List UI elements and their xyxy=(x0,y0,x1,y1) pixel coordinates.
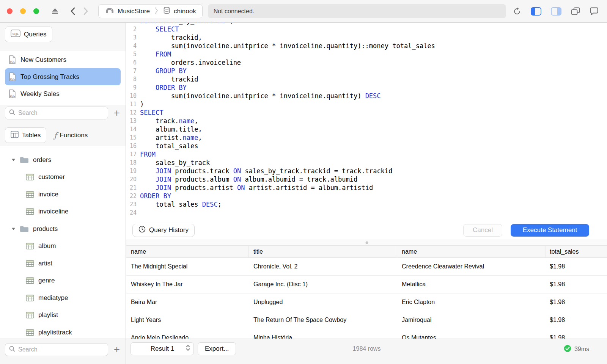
cell-artist-name: Metallica xyxy=(397,281,546,288)
column-header-artist-name[interactable]: name xyxy=(397,246,546,257)
folder-icon xyxy=(20,226,29,232)
tree-table-item[interactable]: mediatype xyxy=(0,289,126,307)
cell-total-sales: $1.98 xyxy=(546,263,607,270)
result-selector-label: Result 1 xyxy=(139,345,186,353)
editor-toolbar: Query History Cancel Execute Statement xyxy=(126,221,607,240)
table-row[interactable]: Ando Meio Desligado Minha História Os Mu… xyxy=(126,329,607,339)
query-item-label: Top Grossing Tracks xyxy=(20,73,79,81)
column-header-name[interactable]: name xyxy=(126,246,249,257)
cell-album-title: Chronicle, Vol. 2 xyxy=(249,263,397,270)
tables-search-input[interactable] xyxy=(18,346,104,353)
tree-table-item[interactable]: genre xyxy=(0,272,126,290)
code-area: WITH sales_by_track AS ( SELECT trackid,… xyxy=(140,23,435,217)
breadcrumb-label: chinook xyxy=(174,8,196,15)
tree-table-item[interactable]: artist xyxy=(0,255,126,272)
queries-search-row: + xyxy=(5,107,123,119)
query-list-item[interactable]: SQL Top Grossing Tracks xyxy=(5,68,121,85)
query-history-label: Query History xyxy=(149,226,189,234)
table-icon xyxy=(26,243,34,249)
tree-table-item[interactable]: invoice xyxy=(0,186,126,203)
zoom-window-button[interactable] xyxy=(33,8,39,14)
tab-queries[interactable]: SQL Queries xyxy=(5,27,52,42)
tree-table-label: playlisttrack xyxy=(38,329,72,336)
table-row[interactable]: Light Years The Return Of The Space Cowb… xyxy=(126,311,607,329)
query-list-item[interactable]: SQL Weekly Sales xyxy=(5,85,121,102)
minimize-window-button[interactable] xyxy=(20,8,26,14)
tree-schema-item[interactable]: orders xyxy=(0,151,126,169)
result-selector[interactable]: Result 1 xyxy=(131,342,194,355)
export-button[interactable]: Export... xyxy=(198,342,236,355)
cell-total-sales: $1.98 xyxy=(546,281,607,288)
table-row[interactable]: Whiskey In The Jar Garage Inc. (Disc 1) … xyxy=(126,276,607,293)
column-header-title[interactable]: title xyxy=(249,246,397,257)
sql-badge-icon: SQL xyxy=(11,30,20,39)
disclosure-triangle-icon[interactable] xyxy=(11,227,17,231)
cell-track-name: Light Years xyxy=(126,317,249,323)
results-splitter[interactable] xyxy=(126,240,607,246)
tab-tables-label: Tables xyxy=(22,132,41,139)
search-icon xyxy=(9,109,16,117)
cell-album-title: Unplugged xyxy=(249,299,397,306)
breadcrumb-item-musicstore[interactable]: MusicStore xyxy=(100,5,154,18)
add-query-button[interactable]: + xyxy=(111,107,123,119)
tree-table-item[interactable]: album xyxy=(0,238,126,255)
duration-label: 39ms xyxy=(574,346,589,353)
tree-table-item[interactable]: invoiceline xyxy=(0,203,126,221)
breadcrumb: MusicStore chinook xyxy=(98,4,203,18)
cell-total-sales: $1.98 xyxy=(546,299,607,306)
column-header-total-sales[interactable]: total_sales xyxy=(546,246,607,257)
tab-functions[interactable]: ƒ Functions xyxy=(49,127,93,143)
close-window-button[interactable] xyxy=(7,8,13,14)
windows-icon[interactable] xyxy=(571,7,580,16)
tab-tables[interactable]: Tables xyxy=(5,127,46,143)
table-grid-icon xyxy=(11,131,19,140)
cell-track-name: Ando Meio Desligado xyxy=(126,334,249,339)
breadcrumb-item-chinook[interactable]: chinook xyxy=(158,5,201,18)
query-list: SQL New Customers SQL Top Grossing Track… xyxy=(0,51,126,105)
cancel-button[interactable]: Cancel xyxy=(463,224,502,237)
forward-button[interactable] xyxy=(83,7,88,15)
disclosure-triangle-icon[interactable] xyxy=(11,158,17,162)
tree-table-item[interactable]: customer xyxy=(0,169,126,186)
chat-bubble-icon[interactable] xyxy=(590,7,599,16)
refresh-icon[interactable] xyxy=(513,7,521,16)
main-area: 123456789101112131415161718192021222324 … xyxy=(126,23,607,364)
tree-table-label: invoiceline xyxy=(38,208,68,215)
sql-editor[interactable]: 123456789101112131415161718192021222324 … xyxy=(126,23,607,221)
tree-table-label: artist xyxy=(38,260,52,267)
titlebar: MusicStore chinook Not connected. xyxy=(0,0,607,23)
tree-schema-item[interactable]: products xyxy=(0,220,126,238)
query-list-item[interactable]: SQL New Customers xyxy=(5,51,121,68)
tables-search-box xyxy=(5,343,108,356)
queries-search-input[interactable] xyxy=(18,110,104,116)
tree-table-label: customer xyxy=(38,173,65,181)
cell-track-name: Whiskey In The Jar xyxy=(126,281,249,288)
eject-icon[interactable] xyxy=(51,8,59,14)
results-body: The Midnight Special Chronicle, Vol. 2 C… xyxy=(126,258,607,339)
cell-artist-name: Os Mutantes xyxy=(397,334,546,339)
database-icon xyxy=(163,6,171,16)
query-history-button[interactable]: Query History xyxy=(132,224,195,237)
statusbar: Result 1 Export... 1984 rows 39ms xyxy=(126,339,607,364)
tables-search-row: + xyxy=(5,343,123,356)
window-controls xyxy=(7,8,39,14)
tree-table-label: genre xyxy=(38,277,55,284)
execute-statement-button[interactable]: Execute Statement xyxy=(511,224,589,237)
clock-icon xyxy=(138,226,146,235)
query-timing: 39ms xyxy=(564,345,589,354)
add-table-button[interactable]: + xyxy=(111,344,123,355)
table-icon xyxy=(26,174,34,180)
cell-artist-name: Creedence Clearwater Revival xyxy=(397,263,546,270)
table-row[interactable]: Beira Mar Unplugged Eric Clapton $1.98 xyxy=(126,293,607,311)
tree-table-item[interactable]: playlist xyxy=(0,307,126,324)
app-window: MusicStore chinook Not connected. xyxy=(0,0,607,364)
tree-table-item[interactable]: playlisttrack xyxy=(0,324,126,339)
back-button[interactable] xyxy=(70,7,75,15)
cell-track-name: The Midnight Special xyxy=(126,263,249,270)
toggle-right-sidebar-icon[interactable] xyxy=(551,7,561,16)
svg-text:SQL: SQL xyxy=(10,94,15,97)
toggle-left-sidebar-icon[interactable] xyxy=(531,7,541,16)
table-row[interactable]: The Midnight Special Chronicle, Vol. 2 C… xyxy=(126,258,607,276)
line-number-gutter: 123456789101112131415161718192021222324 xyxy=(126,23,140,217)
table-icon xyxy=(26,329,34,336)
